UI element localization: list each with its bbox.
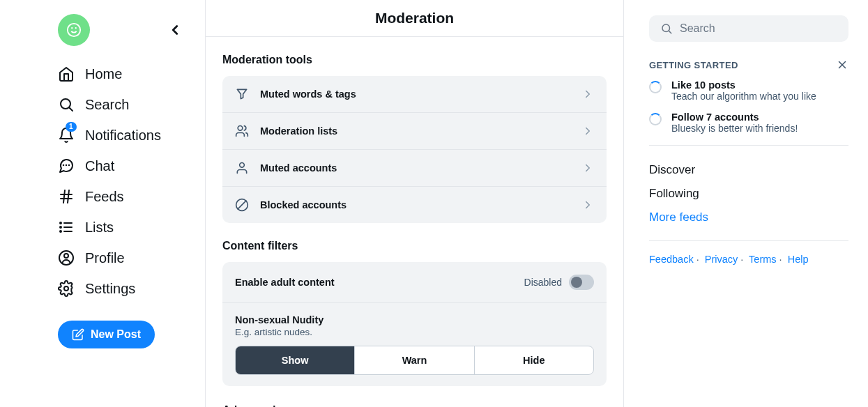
adult-content-toggle[interactable] bbox=[569, 275, 594, 290]
seg-warn[interactable]: Warn bbox=[355, 346, 474, 374]
main-panel: Moderation Moderation tools Muted words … bbox=[206, 0, 624, 407]
chat-icon bbox=[58, 158, 75, 174]
back-button[interactable] bbox=[165, 20, 185, 40]
more-feeds-link[interactable]: More feeds bbox=[649, 206, 848, 229]
tool-muted-accounts[interactable]: Muted accounts bbox=[222, 150, 607, 187]
nav-settings[interactable]: Settings bbox=[58, 273, 191, 304]
tool-label: Moderation lists bbox=[260, 125, 570, 137]
feed-links: Discover Following More feeds bbox=[649, 158, 848, 229]
filter-item-sub: E.g. artistic nudes. bbox=[235, 327, 594, 337]
home-icon bbox=[58, 66, 75, 82]
tool-label: Blocked accounts bbox=[260, 199, 570, 210]
nav-label: Notifications bbox=[85, 128, 161, 144]
feed-discover[interactable]: Discover bbox=[649, 158, 848, 182]
search-icon bbox=[58, 96, 75, 113]
svg-line-11 bbox=[68, 190, 69, 203]
nav-label: Search bbox=[85, 97, 129, 113]
close-icon[interactable] bbox=[836, 59, 848, 71]
nav-lists[interactable]: Lists bbox=[58, 212, 191, 243]
chevron-right-icon bbox=[581, 162, 594, 174]
filter-segment: Show Warn Hide bbox=[235, 346, 594, 375]
feed-following[interactable]: Following bbox=[649, 182, 848, 206]
list-icon bbox=[58, 219, 75, 236]
footer-terms[interactable]: Terms bbox=[749, 254, 776, 265]
block-icon bbox=[235, 198, 249, 212]
gs-item-title: Follow 7 accounts bbox=[671, 112, 798, 123]
nav-search[interactable]: Search bbox=[58, 89, 191, 120]
footer-privacy[interactable]: Privacy bbox=[705, 254, 738, 265]
svg-point-19 bbox=[64, 254, 68, 258]
chevron-right-icon bbox=[581, 125, 594, 137]
right-panel: GETTING STARTED Like 10 posts Teach our … bbox=[624, 0, 868, 407]
svg-point-0 bbox=[68, 24, 80, 36]
nav-notifications[interactable]: 1 Notifications bbox=[58, 120, 191, 151]
svg-point-16 bbox=[60, 226, 61, 228]
nav-label: Lists bbox=[85, 220, 114, 236]
filter-item-title: Non-sexual Nudity bbox=[235, 314, 594, 325]
gear-icon bbox=[58, 280, 75, 297]
sidebar: Home Search 1 Notifications Chat Feeds L… bbox=[0, 0, 206, 407]
gs-item-likes[interactable]: Like 10 posts Teach our algorithm what y… bbox=[649, 79, 848, 102]
search-icon bbox=[660, 22, 673, 35]
tool-label: Muted accounts bbox=[260, 162, 570, 174]
getting-started-title: GETTING STARTED bbox=[649, 60, 738, 70]
svg-line-26 bbox=[669, 31, 671, 33]
nav-profile[interactable]: Profile bbox=[58, 243, 191, 273]
seg-show[interactable]: Show bbox=[236, 346, 355, 374]
advanced-title: Advanced bbox=[222, 404, 607, 407]
content-filters-title: Content filters bbox=[222, 240, 607, 252]
svg-point-17 bbox=[60, 231, 61, 232]
svg-line-10 bbox=[63, 190, 65, 203]
page-title: Moderation bbox=[206, 0, 623, 37]
user-icon bbox=[235, 161, 249, 175]
nav-label: Profile bbox=[85, 250, 125, 266]
svg-point-15 bbox=[60, 222, 61, 224]
nav-home[interactable]: Home bbox=[58, 59, 191, 89]
footer-feedback[interactable]: Feedback bbox=[649, 254, 694, 265]
chevron-right-icon bbox=[581, 88, 594, 100]
mod-tools-title: Moderation tools bbox=[222, 54, 607, 66]
tool-blocked-accounts[interactable]: Blocked accounts bbox=[222, 187, 607, 223]
nav-label: Settings bbox=[85, 281, 135, 297]
seg-hide[interactable]: Hide bbox=[475, 346, 593, 374]
nav-label: Chat bbox=[85, 158, 114, 174]
gs-item-follow[interactable]: Follow 7 accounts Bluesky is better with… bbox=[649, 112, 848, 134]
new-post-button[interactable]: New Post bbox=[58, 321, 155, 348]
adult-content-label: Enable adult content bbox=[235, 277, 335, 288]
hash-icon bbox=[58, 188, 75, 205]
compose-icon bbox=[72, 328, 84, 341]
avatar[interactable] bbox=[58, 14, 90, 46]
content-filters-card: Enable adult content Disabled Non-sexual… bbox=[222, 262, 607, 386]
svg-line-24 bbox=[238, 201, 246, 209]
filter-icon bbox=[235, 87, 249, 101]
tool-muted-words[interactable]: Muted words & tags bbox=[222, 76, 607, 113]
chevron-right-icon bbox=[581, 199, 594, 211]
gs-item-sub: Bluesky is better with friends! bbox=[671, 123, 798, 134]
adult-content-state: Disabled bbox=[524, 277, 562, 288]
search-input[interactable] bbox=[680, 22, 837, 35]
gs-item-sub: Teach our algorithm what you like bbox=[671, 91, 816, 102]
svg-point-20 bbox=[64, 286, 68, 291]
nav-chat[interactable]: Chat bbox=[58, 151, 191, 181]
nav-feeds[interactable]: Feeds bbox=[58, 181, 191, 212]
svg-point-21 bbox=[238, 126, 243, 131]
footer-links: Feedback· Privacy· Terms· Help bbox=[649, 254, 848, 265]
nav-label: Home bbox=[85, 66, 122, 82]
progress-ring-icon bbox=[649, 81, 662, 93]
mod-tools-list: Muted words & tags Moderation lists Mute… bbox=[222, 76, 607, 223]
nav-label: Feeds bbox=[85, 189, 124, 205]
tool-label: Muted words & tags bbox=[260, 89, 570, 100]
user-icon bbox=[58, 249, 75, 266]
notification-badge: 1 bbox=[66, 122, 77, 132]
people-icon bbox=[235, 124, 249, 138]
tool-mod-lists[interactable]: Moderation lists bbox=[222, 113, 607, 150]
gs-item-title: Like 10 posts bbox=[671, 79, 816, 91]
footer-help[interactable]: Help bbox=[788, 254, 809, 265]
search-box[interactable] bbox=[649, 15, 848, 42]
progress-ring-icon bbox=[649, 113, 662, 125]
svg-point-22 bbox=[240, 163, 245, 168]
new-post-label: New Post bbox=[91, 328, 141, 341]
svg-line-4 bbox=[70, 108, 73, 112]
